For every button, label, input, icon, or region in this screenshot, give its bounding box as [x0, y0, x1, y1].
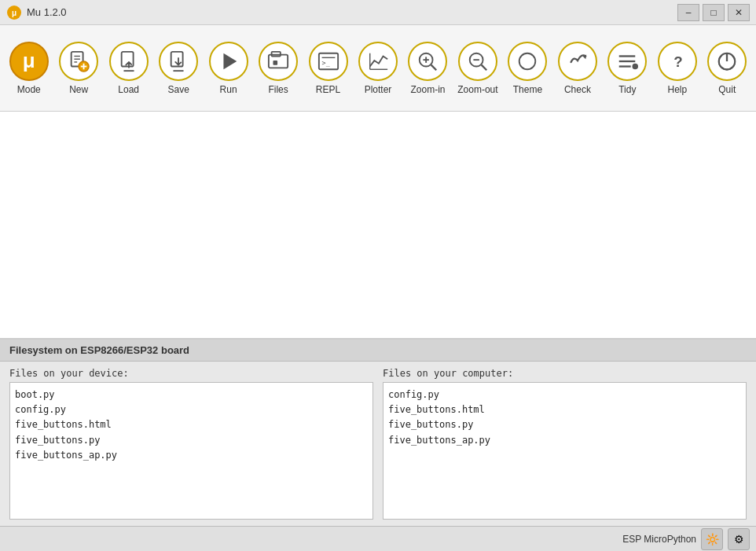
minimize-button[interactable]: – — [677, 4, 699, 21]
chip-icon-button[interactable]: 🔆 — [701, 528, 723, 550]
svg-text:?: ? — [673, 53, 682, 69]
list-item[interactable]: five_buttons_ap.py — [388, 433, 741, 448]
chip-icon: 🔆 — [706, 533, 719, 545]
repl-button[interactable]: >_REPL — [304, 30, 352, 107]
zoom-out-label: Zoom-out — [457, 84, 497, 95]
save-icon — [159, 42, 198, 81]
app-title: Mu 1.2.0 — [27, 6, 67, 18]
load-button[interactable]: Load — [105, 30, 152, 107]
check-label: Check — [564, 84, 591, 95]
run-button[interactable]: Run — [204, 30, 252, 107]
plotter-button[interactable]: Plotter — [354, 30, 402, 107]
svg-point-29 — [519, 53, 536, 69]
save-label: Save — [167, 84, 189, 95]
plotter-icon — [358, 42, 398, 81]
svg-line-23 — [431, 64, 437, 70]
title-bar-controls: – □ ✕ — [677, 4, 750, 21]
settings-icon: ⚙ — [734, 533, 744, 545]
svg-text:>_: >_ — [321, 58, 330, 66]
title-bar: μ Mu 1.2.0 – □ ✕ — [0, 0, 756, 25]
svg-point-33 — [633, 63, 638, 68]
list-item[interactable]: five_buttons_ap.py — [15, 448, 368, 463]
quit-button[interactable]: Quit — [703, 30, 751, 107]
close-button[interactable]: ✕ — [728, 4, 750, 21]
device-files-list[interactable]: boot.pyconfig.pyfive_buttons.htmlfive_bu… — [9, 382, 373, 520]
computer-column-header: Files on your computer: — [383, 368, 747, 379]
quit-label: Quit — [718, 84, 736, 95]
title-bar-left: μ Mu 1.2.0 — [6, 5, 67, 20]
svg-rect-16 — [273, 61, 278, 65]
files-icon — [259, 42, 298, 81]
zoom-out-icon — [458, 42, 497, 81]
list-item[interactable]: config.py — [15, 402, 368, 417]
new-label: New — [69, 84, 88, 95]
svg-marker-13 — [223, 53, 237, 69]
computer-files-list[interactable]: config.pyfive_buttons.htmlfive_buttons.p… — [383, 382, 747, 520]
list-item[interactable]: five_buttons.py — [388, 417, 741, 432]
tidy-icon — [607, 42, 647, 81]
list-item[interactable]: five_buttons.html — [388, 402, 741, 417]
repl-icon: >_ — [309, 42, 348, 81]
svg-text:μ: μ — [12, 9, 17, 17]
settings-icon-button[interactable]: ⚙ — [728, 528, 750, 550]
zoom-in-button[interactable]: Zoom-in — [404, 30, 452, 107]
check-button[interactable]: Check — [553, 30, 601, 107]
files-button[interactable]: Files — [254, 30, 302, 107]
zoom-out-button[interactable]: Zoom-out — [453, 30, 501, 107]
run-label: Run — [220, 84, 237, 95]
theme-label: Theme — [513, 84, 542, 95]
tidy-label: Tidy — [618, 84, 636, 95]
new-icon — [59, 42, 98, 81]
svg-line-27 — [482, 64, 487, 70]
mode-label: Mode — [17, 84, 41, 95]
check-icon — [558, 42, 597, 81]
run-icon — [209, 42, 248, 81]
load-label: Load — [118, 84, 139, 95]
files-label: Files — [268, 84, 288, 95]
main-editor-area — [0, 112, 756, 339]
tidy-button[interactable]: Tidy — [604, 30, 651, 107]
mode-icon: μ — [9, 42, 49, 81]
files-panel-header: Filesystem on ESP8266/ESP32 board — [0, 340, 756, 362]
mode-button[interactable]: μMode — [5, 30, 53, 107]
files-panel: Filesystem on ESP8266/ESP32 board Files … — [0, 339, 756, 526]
device-files-column: Files on your device: boot.pyconfig.pyfi… — [9, 368, 373, 520]
help-button[interactable]: ?Help — [653, 30, 701, 107]
theme-icon — [508, 42, 547, 81]
maximize-button[interactable]: □ — [703, 4, 725, 21]
save-button[interactable]: Save — [154, 30, 202, 107]
zoom-in-icon — [408, 42, 447, 81]
files-columns: Files on your device: boot.pyconfig.pyfi… — [0, 362, 756, 526]
help-icon: ? — [658, 42, 697, 81]
help-label: Help — [667, 84, 687, 95]
list-item[interactable]: five_buttons.py — [15, 433, 368, 448]
app-logo: μ — [6, 5, 22, 20]
status-bar: ESP MicroPython 🔆 ⚙ — [0, 526, 756, 551]
micropython-label: ESP MicroPython — [622, 534, 696, 545]
theme-button[interactable]: Theme — [504, 30, 552, 107]
zoom-in-label: Zoom-in — [410, 84, 445, 95]
list-item[interactable]: boot.py — [15, 388, 368, 402]
toolbar: μModeNewLoadSaveRunFiles>_REPLPlotterZoo… — [0, 25, 756, 112]
new-button[interactable]: New — [54, 30, 102, 107]
list-item[interactable]: config.py — [388, 388, 741, 402]
computer-files-column: Files on your computer: config.pyfive_bu… — [383, 368, 747, 520]
list-item[interactable]: five_buttons.html — [15, 417, 368, 432]
plotter-label: Plotter — [365, 84, 392, 95]
device-column-header: Files on your device: — [9, 368, 373, 379]
status-right: ESP MicroPython 🔆 ⚙ — [622, 528, 750, 550]
quit-icon — [707, 42, 747, 81]
load-icon — [109, 42, 149, 81]
repl-label: REPL — [316, 84, 340, 95]
